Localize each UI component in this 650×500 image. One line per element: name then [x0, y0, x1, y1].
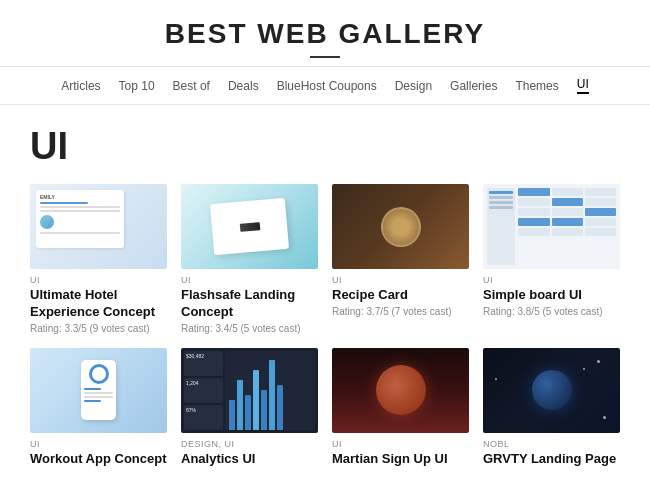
nav-ui[interactable]: UI: [577, 77, 589, 94]
gallery-item-4[interactable]: UI Simple board UI Rating: 3.8/5 (5 vote…: [483, 184, 620, 334]
thumb-8-star-2: [583, 368, 585, 370]
nav-deals[interactable]: Deals: [228, 79, 259, 93]
gallery-thumb-5: [30, 348, 167, 433]
main-nav: Articles Top 10 Best of Deals BlueHost C…: [0, 67, 650, 105]
nav-bluehost[interactable]: BlueHost Coupons: [277, 79, 377, 93]
gallery-category-8: NOBL: [483, 439, 620, 449]
gallery-category-5: UI: [30, 439, 167, 449]
gallery-item-1[interactable]: EMILY UI Ultimate Hotel Experience Conce…: [30, 184, 167, 334]
gallery-title-5: Workout App Concept: [30, 451, 167, 468]
title-divider: [310, 56, 340, 58]
thumb-2-usb: [239, 222, 260, 232]
gallery-rating-2: Rating: 3.4/5 (5 votes cast): [181, 323, 318, 334]
gallery-item-7[interactable]: UI Martian Sign Up UI: [332, 348, 469, 470]
site-header: BEST WEB GALLERY: [0, 0, 650, 67]
nav-design[interactable]: Design: [395, 79, 432, 93]
gallery-thumb-2: [181, 184, 318, 269]
gallery-item-3[interactable]: UI Recipe Card Rating: 3.7/5 (7 votes ca…: [332, 184, 469, 334]
gallery-category-3: UI: [332, 275, 469, 285]
thumb-4-sidebar: [487, 188, 515, 265]
gallery-title-2: Flashsafe Landing Concept: [181, 287, 318, 321]
gallery-thumb-4: [483, 184, 620, 269]
gallery-thumb-3: [332, 184, 469, 269]
gallery-title-7: Martian Sign Up UI: [332, 451, 469, 468]
gallery-category-7: UI: [332, 439, 469, 449]
gallery-thumb-6: $30,482 1,204 87%: [181, 348, 318, 433]
gallery-category-6: DESIGN, UI: [181, 439, 318, 449]
thumb-2-card: [210, 198, 290, 255]
nav-articles[interactable]: Articles: [61, 79, 100, 93]
thumb-8-star-1: [597, 360, 600, 363]
gallery-title-4: Simple board UI: [483, 287, 620, 304]
thumb-8-star-3: [495, 378, 497, 380]
nav-top10[interactable]: Top 10: [119, 79, 155, 93]
gallery-title-8: GRVTY Landing Page: [483, 451, 620, 468]
thumb-6-left: $30,482 1,204 87%: [184, 351, 223, 430]
gallery-thumb-8: [483, 348, 620, 433]
thumb-7-planet: [376, 365, 426, 415]
gallery-item-6[interactable]: $30,482 1,204 87%: [181, 348, 318, 470]
nav-themes[interactable]: Themes: [515, 79, 558, 93]
thumb-8-planet: [532, 370, 572, 410]
page-heading: UI: [30, 125, 620, 168]
thumb-5-phone: [81, 360, 116, 420]
gallery-thumb-7: [332, 348, 469, 433]
thumb-6-metric-1: $30,482: [184, 351, 223, 376]
thumb-6-metric-3: 87%: [184, 405, 223, 430]
gallery-category-1: UI: [30, 275, 167, 285]
site-title: BEST WEB GALLERY: [0, 18, 650, 50]
gallery-title-1: Ultimate Hotel Experience Concept: [30, 287, 167, 321]
thumb-6-metric-2: 1,204: [184, 378, 223, 403]
gallery-rating-3: Rating: 3.7/5 (7 votes cast): [332, 306, 469, 317]
gallery-grid: EMILY UI Ultimate Hotel Experience Conce…: [30, 184, 620, 470]
gallery-category-2: UI: [181, 275, 318, 285]
nav-galleries[interactable]: Galleries: [450, 79, 497, 93]
gallery-title-3: Recipe Card: [332, 287, 469, 304]
gallery-item-2[interactable]: UI Flashsafe Landing Concept Rating: 3.4…: [181, 184, 318, 334]
gallery-thumb-1: EMILY: [30, 184, 167, 269]
gallery-item-5[interactable]: UI Workout App Concept: [30, 348, 167, 470]
thumb-8-star-4: [603, 416, 606, 419]
main-content: UI EMILY UI Ultimate Hotel Experience Co…: [0, 105, 650, 480]
gallery-title-6: Analytics UI: [181, 451, 318, 468]
thumb-3-plate: [381, 207, 421, 247]
nav-bestof[interactable]: Best of: [173, 79, 210, 93]
gallery-item-8[interactable]: NOBL GRVTY Landing Page: [483, 348, 620, 470]
gallery-rating-1: Rating: 3.3/5 (9 votes cast): [30, 323, 167, 334]
gallery-category-4: UI: [483, 275, 620, 285]
thumb-4-main: [518, 188, 616, 265]
thumb-6-right: [225, 351, 315, 430]
gallery-rating-4: Rating: 3.8/5 (5 votes cast): [483, 306, 620, 317]
